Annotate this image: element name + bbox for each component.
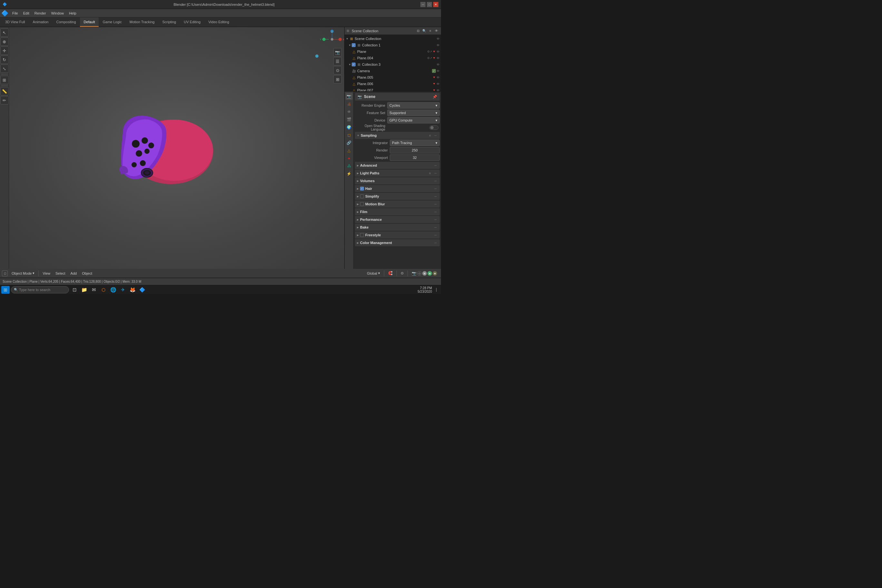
outliner-content[interactable]: ▼ ⊞ Scene Collection 👁 ▼ ✓ ⊞ Collection … xyxy=(345,35,441,92)
integrator-dropdown[interactable]: Path Tracing ▾ xyxy=(390,140,440,146)
tab-3dviewfull[interactable]: 3D View Full xyxy=(1,17,29,27)
taskbar-browser1[interactable]: ⬡ xyxy=(99,286,108,294)
menu-render[interactable]: Render xyxy=(32,10,49,16)
collection1-checkbox[interactable]: ✓ xyxy=(352,43,356,47)
tool-select[interactable]: ↖ xyxy=(0,28,9,37)
film-collapse[interactable]: ─ xyxy=(433,210,438,214)
osl-toggle[interactable] xyxy=(429,125,438,130)
freestyle-section[interactable]: ▶ Freestyle ─ xyxy=(355,231,440,238)
taskbar-browser2[interactable]: 🌐 xyxy=(109,286,117,294)
color-management-section[interactable]: ▶ Color Management ─ xyxy=(355,239,440,246)
tab-scripting[interactable]: Scripting xyxy=(158,17,180,27)
light-paths-section[interactable]: ▶ Light Paths ≡ ─ xyxy=(355,170,440,177)
advanced-section[interactable]: ▶ Advanced ─ xyxy=(355,162,440,169)
menu-help[interactable]: Help xyxy=(66,10,79,16)
prop-tab-scene[interactable]: 🎬 xyxy=(346,116,352,123)
proportional-button[interactable]: ⊙ xyxy=(399,270,405,276)
global-dropdown[interactable]: Global ▾ xyxy=(365,270,382,276)
tree-item-scene-collection[interactable]: ▼ ⊞ Scene Collection 👁 xyxy=(345,36,441,42)
volumes-section[interactable]: ▶ Volumes ─ xyxy=(355,177,440,184)
sampling-menu-icon[interactable]: ≡ xyxy=(428,133,432,138)
taskbar-blender-tb[interactable]: 🔷 xyxy=(138,286,146,294)
tool-annotate[interactable]: ✏ xyxy=(0,96,9,105)
tree-item-camera[interactable]: 🎥 Camera ✓ 👁 xyxy=(345,68,441,74)
tree-item-collection3[interactable]: ▼ ✓ ⊞ Collection 3 👁 xyxy=(345,61,441,68)
prop-tab-constraints[interactable]: 🔗 xyxy=(346,139,352,146)
prop-tab-view[interactable]: 👁 xyxy=(346,108,352,116)
taskbar-explorer[interactable]: 📁 xyxy=(80,286,88,294)
outliner-filter-icon[interactable]: ⊟ xyxy=(416,28,421,33)
icon-shading-wire[interactable]: ○ xyxy=(417,271,422,276)
outliner-options-icon[interactable]: ≡ xyxy=(428,28,433,33)
menu-edit[interactable]: Edit xyxy=(21,10,32,16)
tab-videoediting[interactable]: Video Editing xyxy=(204,17,233,27)
windows-start-button[interactable]: ⊞ xyxy=(1,286,10,294)
object-mode-dropdown[interactable]: Object Mode ▾ xyxy=(10,270,36,276)
outliner-search-icon[interactable]: 🔍 xyxy=(422,28,427,33)
windows-search[interactable]: 🔍 Type here to search xyxy=(11,286,69,293)
prop-tab-output[interactable]: 🖨 xyxy=(346,100,352,108)
taskbar-task-view[interactable]: ⊡ xyxy=(70,286,79,294)
camera-render-toggle[interactable]: ✓ xyxy=(432,69,436,73)
render-engine-dropdown[interactable]: Cycles ▾ xyxy=(387,102,440,109)
bake-section[interactable]: ▶ Bake ─ xyxy=(355,224,440,231)
simplify-section[interactable]: ▶ Simplify ─ xyxy=(355,193,440,200)
collection3-checkbox[interactable]: ✓ xyxy=(352,63,356,66)
performance-collapse[interactable]: ─ xyxy=(433,217,438,222)
hair-section[interactable]: ▶ ✓ Hair ─ xyxy=(355,185,440,192)
prop-tab-render[interactable]: 📷 xyxy=(346,93,352,100)
device-dropdown[interactable]: GPU Compute ▾ xyxy=(387,117,440,123)
object-menu[interactable]: Object xyxy=(80,271,94,276)
freestyle-checkbox[interactable] xyxy=(360,233,364,237)
tab-uvediting[interactable]: UV Editing xyxy=(180,17,204,27)
volumes-collapse[interactable]: ─ xyxy=(433,178,438,183)
tool-move[interactable]: ✛ xyxy=(0,46,9,55)
icon-shading-mat[interactable]: ● xyxy=(428,271,432,276)
vp-btn-local[interactable]: ⊙ xyxy=(333,66,342,75)
tab-motiontracking[interactable]: Motion Tracking xyxy=(126,17,159,27)
prop-tab-physics[interactable]: ⚡ xyxy=(346,170,352,177)
view-menu[interactable]: View xyxy=(40,271,52,276)
viewport[interactable]: Z X Y 📷 ☰ ⊙ ⊞ xyxy=(9,27,344,269)
motion-blur-checkbox[interactable] xyxy=(360,202,364,206)
tab-compositing[interactable]: Compositing xyxy=(52,17,80,27)
tree-item-plane[interactable]: △ Plane ⚙↗🔻 👁 xyxy=(345,48,441,55)
hair-checkbox[interactable]: ✓ xyxy=(360,187,364,190)
prop-tab-data[interactable]: △ xyxy=(346,147,352,154)
tool-scale[interactable]: ⤡ xyxy=(0,64,9,73)
outliner-eye-icon[interactable]: 👁 xyxy=(434,28,439,33)
simplify-checkbox[interactable] xyxy=(360,194,364,198)
render-samples-value[interactable]: 250 xyxy=(390,147,440,153)
vp-btn-display[interactable]: ⊞ xyxy=(333,75,342,84)
vp-btn-camera[interactable]: 📷 xyxy=(333,48,342,56)
taskbar-browser3[interactable]: 🦊 xyxy=(128,286,136,294)
film-section[interactable]: ▶ Film ─ xyxy=(355,208,440,215)
tree-item-plane006[interactable]: △ Plane.006 🔻 👁 xyxy=(345,81,441,87)
taskbar-show-desktop[interactable]: │ xyxy=(433,288,440,291)
minimize-button[interactable]: ─ xyxy=(420,2,426,7)
snap-button[interactable]: 🧲 xyxy=(386,270,394,276)
bake-collapse[interactable]: ─ xyxy=(433,225,438,230)
prop-tab-material[interactable]: ● xyxy=(346,155,352,162)
performance-section[interactable]: ▶ Performance ─ xyxy=(355,216,440,223)
light-paths-collapse[interactable]: ─ xyxy=(433,171,438,176)
menu-file[interactable]: File xyxy=(10,10,21,16)
vp-btn-perspective[interactable]: ☰ xyxy=(333,57,342,66)
viewport-samples-value[interactable]: 32 xyxy=(390,154,440,161)
icon-camera-tb[interactable]: 📷 xyxy=(412,271,417,276)
pin-icon[interactable]: 📌 xyxy=(433,95,437,99)
tree-item-plane004[interactable]: △ Plane.004 ⚙↗🔻 👁 xyxy=(345,55,441,61)
sampling-collapse-icon[interactable]: ─ xyxy=(433,133,438,138)
prop-tab-particles[interactable]: ⁂ xyxy=(346,162,352,170)
maximize-button[interactable]: □ xyxy=(427,2,432,7)
prop-tab-object[interactable]: ◻ xyxy=(346,132,352,139)
select-menu[interactable]: Select xyxy=(54,271,68,276)
color-mgmt-collapse[interactable]: ─ xyxy=(433,240,438,245)
menu-window[interactable]: Window xyxy=(49,10,66,16)
tree-item-plane007[interactable]: △ Plane.007 🔻 👁 xyxy=(345,87,441,92)
taskbar-telegram[interactable]: ✈ xyxy=(118,286,127,294)
hair-collapse[interactable]: ─ xyxy=(433,186,438,191)
simplify-collapse[interactable]: ─ xyxy=(433,194,438,199)
prop-tab-world[interactable]: 🌍 xyxy=(346,124,352,131)
tab-animation[interactable]: Animation xyxy=(29,17,52,27)
